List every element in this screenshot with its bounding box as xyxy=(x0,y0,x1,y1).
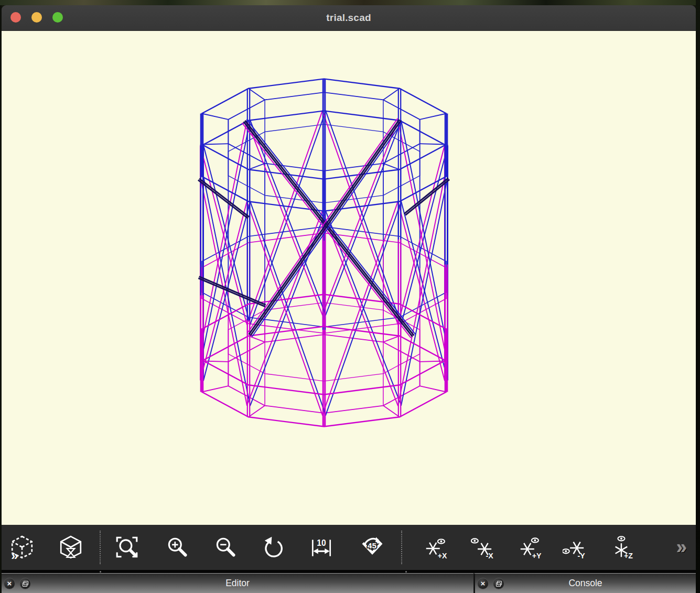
desktop-wallpaper-right xyxy=(696,0,700,593)
editor-float-button[interactable] xyxy=(19,578,31,589)
svg-text:+X: +X xyxy=(438,552,447,560)
view-plus-x-icon: +X xyxy=(424,535,449,560)
dock-titlebars: Editor × Console × xyxy=(2,573,696,593)
view-minus-x-button[interactable]: -X xyxy=(469,533,498,562)
desktop-wallpaper-top xyxy=(0,0,700,5)
render-icon xyxy=(58,535,83,560)
zoom-window-button[interactable] xyxy=(52,12,63,23)
console-dock-titlebar[interactable]: Console × xyxy=(473,573,696,593)
zoom-out-button[interactable] xyxy=(211,533,240,562)
editor-dock-title: Editor xyxy=(2,574,473,593)
view-minus-y-icon: -Y xyxy=(563,535,588,560)
window-title: trial.scad xyxy=(326,12,371,24)
close-window-button[interactable] xyxy=(10,12,21,23)
distance-10-icon: 10 xyxy=(309,535,334,560)
close-icon: × xyxy=(7,579,12,587)
minimize-window-button[interactable] xyxy=(31,12,42,23)
view-minus-x-icon: -X xyxy=(471,535,496,560)
svg-text:45: 45 xyxy=(368,541,376,550)
view-minus-y-button[interactable]: -Y xyxy=(561,533,590,562)
view-plus-y-icon: +Y xyxy=(518,535,543,560)
zoom-in-icon xyxy=(165,535,190,560)
preview-button[interactable]: » xyxy=(7,533,37,562)
toolbar-separator xyxy=(100,531,101,564)
zoom-in-button[interactable] xyxy=(163,533,192,562)
window-titlebar[interactable]: trial.scad xyxy=(2,5,696,31)
reset-view-button[interactable] xyxy=(259,533,288,562)
float-icon xyxy=(23,581,28,587)
svg-text:-X: -X xyxy=(486,552,493,560)
preview-icon: » xyxy=(9,535,35,560)
view-plus-z-icon: +Z xyxy=(610,535,635,560)
splitter-dot xyxy=(405,571,407,573)
close-icon: × xyxy=(481,579,486,587)
rotate-45-icon: 45 xyxy=(360,535,385,560)
float-icon xyxy=(496,581,502,587)
zoom-all-icon xyxy=(114,535,139,560)
view-plus-y-button[interactable]: +Y xyxy=(516,533,545,562)
console-close-button[interactable]: × xyxy=(477,578,489,589)
zoom-out-icon xyxy=(213,535,238,560)
splitter-dot xyxy=(100,571,101,573)
view-toolbar: » 10 45 +X -X +Y -Y +Z» xyxy=(2,525,696,570)
view-plus-x-button[interactable]: +X xyxy=(422,533,451,562)
svg-text:»: » xyxy=(11,548,18,560)
editor-dock-titlebar[interactable]: Editor × xyxy=(2,573,473,593)
distance-10-button[interactable]: 10 xyxy=(307,533,336,562)
wireframe-model xyxy=(2,31,696,525)
console-dock-title: Console xyxy=(475,574,696,593)
toolbar-overflow-button[interactable]: » xyxy=(670,534,693,560)
console-float-button[interactable] xyxy=(493,578,504,589)
3d-viewport[interactable] xyxy=(2,31,696,525)
svg-text:10: 10 xyxy=(317,538,326,547)
svg-text:-Y: -Y xyxy=(577,552,585,560)
view-plus-z-button[interactable]: +Z xyxy=(608,533,637,562)
render-button[interactable] xyxy=(56,533,85,562)
svg-text:+Y: +Y xyxy=(532,552,542,560)
editor-close-button[interactable]: × xyxy=(4,578,15,589)
svg-text:+Z: +Z xyxy=(624,552,633,560)
traffic-lights xyxy=(10,12,63,23)
toolbar-separator xyxy=(401,531,402,564)
rotate-45-button[interactable]: 45 xyxy=(358,533,387,562)
reset-view-icon xyxy=(261,535,286,560)
zoom-all-button[interactable] xyxy=(112,533,142,562)
openscad-window: trial.scad » 10 45 +X -X +Y -Y xyxy=(2,5,696,593)
